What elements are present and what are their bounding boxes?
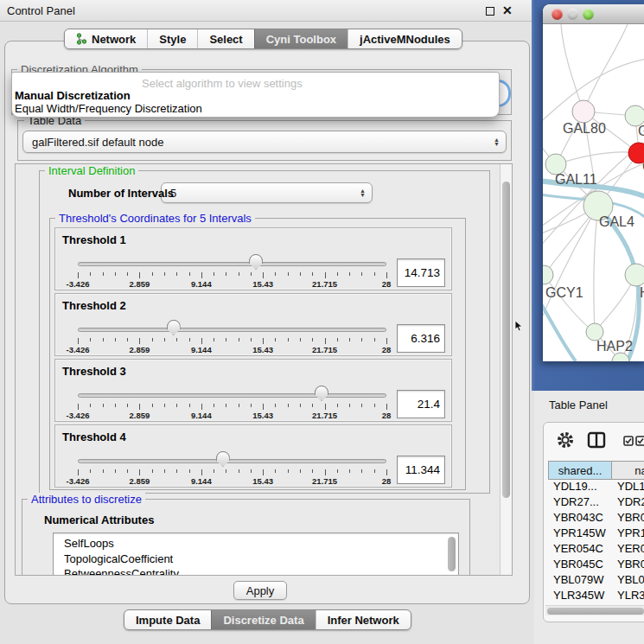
threshold-value-field[interactable]: 6.316 <box>397 324 445 353</box>
threshold-panel: Threshold 3-3.4262.8599.14415.4321.71528… <box>54 359 452 422</box>
tick-mark <box>176 469 177 473</box>
table-row[interactable]: YLR345WYLR345W <box>548 589 644 604</box>
checkbox-icon[interactable] <box>635 436 644 446</box>
table-header-row: shared...name <box>548 461 644 480</box>
minimize-traffic-light-icon[interactable] <box>567 9 578 20</box>
table-row[interactable]: YDR27...YDR27... <box>548 495 644 511</box>
tab-label: Infer Network <box>328 614 399 627</box>
tick-mark <box>386 404 387 410</box>
tick-mark <box>325 338 326 344</box>
table-data-combobox[interactable]: galFiltered.sif default node ▲▼ <box>22 131 507 153</box>
tick-mark <box>263 272 264 278</box>
slider-handle[interactable] <box>216 451 230 467</box>
tab-label: Cyni Toolbox <box>266 33 336 46</box>
tick-mark <box>103 469 104 473</box>
dropdown-option-equal-width[interactable]: Equal Width/Frequency Discretization <box>15 102 202 115</box>
threshold-panel: Threshold 2-3.4262.8599.14415.4321.71528… <box>54 293 452 356</box>
tick-mark <box>176 404 177 407</box>
slider-track[interactable] <box>78 459 386 463</box>
tick-mark <box>386 469 387 475</box>
network-node-gal80[interactable] <box>572 100 595 123</box>
tick-mark <box>288 469 289 473</box>
tick-mark <box>189 404 190 407</box>
tab-style[interactable]: Style <box>147 29 197 48</box>
tick-mark <box>127 272 128 276</box>
tab-cyni-toolbox[interactable]: Cyni Toolbox <box>254 29 348 48</box>
close-traffic-light-icon[interactable] <box>552 9 563 20</box>
slider-track[interactable] <box>78 262 386 266</box>
list-item[interactable]: TopologicalCoefficient <box>54 552 458 567</box>
slider-handle[interactable] <box>167 320 181 335</box>
horizontal-scrollbar-thumb[interactable] <box>547 608 644 615</box>
network-node-hap2[interactable] <box>586 323 603 341</box>
network-window-titlebar[interactable] <box>543 4 644 24</box>
horizontal-scrollbar[interactable] <box>545 605 644 615</box>
tick-mark <box>115 404 116 407</box>
list-scrollbar-thumb[interactable] <box>448 537 456 571</box>
close-icon[interactable]: ✕ <box>502 3 513 17</box>
network-edge[interactable] <box>561 24 583 112</box>
tick-mark <box>78 404 79 410</box>
table-row[interactable]: YER054CYER054C <box>548 542 644 558</box>
checkbox-icon[interactable] <box>623 436 634 446</box>
dropdown-option-manual[interactable]: Manual Discretization <box>15 89 131 102</box>
network-icon <box>76 33 87 45</box>
slider-track[interactable] <box>78 393 386 398</box>
network-view-window[interactable]: GAL80GCGAL11GAL4GCY1HHAP2 <box>543 4 644 361</box>
float-window-icon[interactable] <box>486 7 494 16</box>
network-canvas[interactable]: GAL80GCGAL11GAL4GCY1HHAP2 <box>543 24 644 361</box>
columns-icon[interactable] <box>587 431 606 449</box>
tick-mark <box>201 469 202 475</box>
network-node-h[interactable] <box>625 264 644 286</box>
gear-icon[interactable] <box>556 430 575 450</box>
tab-infer-network[interactable]: Infer Network <box>316 610 411 629</box>
tab-jactivemnodules[interactable]: jActiveMNodules <box>348 29 462 48</box>
tick-label: -3.426 <box>67 279 90 289</box>
network-edge[interactable] <box>543 292 576 361</box>
network-edge[interactable] <box>594 206 598 332</box>
tab-network[interactable]: Network <box>65 29 147 48</box>
tab-impute-data[interactable]: Impute Data <box>124 610 211 629</box>
tick-mark <box>275 338 276 341</box>
tick-label: 15.43 <box>252 411 273 420</box>
tick-mark <box>176 272 177 276</box>
apply-button[interactable]: Apply <box>233 581 287 600</box>
node-label: HAP2 <box>596 339 633 354</box>
tick-mark <box>78 338 79 344</box>
vertical-scrollbar[interactable] <box>500 164 512 575</box>
tab-select[interactable]: Select <box>197 29 253 48</box>
column-header-name[interactable]: name <box>612 461 644 480</box>
slider-handle[interactable] <box>249 254 263 270</box>
node-table[interactable]: shared...nameYDL19...YDL19...YDR27...YDR… <box>548 461 644 620</box>
tick-label: -3.426 <box>67 345 90 354</box>
table-row[interactable]: YBR045CYBR045C <box>548 558 644 573</box>
vertical-scrollbar-thumb[interactable] <box>502 182 510 498</box>
tab-discretize-data[interactable]: Discretize Data <box>211 610 315 629</box>
threshold-value-field[interactable]: 14.713 <box>397 258 445 287</box>
num-intervals-combobox[interactable]: 5 ▲▼ <box>161 182 373 203</box>
tick-label: 2.859 <box>130 476 150 486</box>
network-edge[interactable] <box>583 24 628 112</box>
network-node-gcy1[interactable] <box>543 265 553 284</box>
tick-mark <box>251 404 252 407</box>
panel-title: Control Panel <box>7 4 75 17</box>
slider-handle[interactable] <box>315 386 328 401</box>
zoom-traffic-light-icon[interactable] <box>583 9 594 20</box>
tick-mark <box>139 338 140 344</box>
table-row[interactable]: YBL079WYBL079W <box>548 573 644 589</box>
network-edge[interactable] <box>556 152 639 164</box>
column-header-shared[interactable]: shared... <box>548 461 612 480</box>
tick-mark <box>361 272 362 276</box>
table-row[interactable]: YDL19...YDL19... <box>548 480 644 495</box>
table-row[interactable]: YPR145WYPR145W <box>548 526 644 542</box>
list-item[interactable]: BetweennessCentrality <box>54 566 458 576</box>
tick-mark <box>152 469 153 473</box>
table-cell: YBR043C <box>612 511 644 526</box>
table-panel-toolbar <box>544 423 644 457</box>
numerical-attributes-list[interactable]: SelfLoopsTopologicalCoefficientBetweenne… <box>53 532 459 576</box>
list-item[interactable]: SelfLoops <box>54 533 458 552</box>
slider-track[interactable] <box>78 328 386 332</box>
threshold-value-field[interactable]: 21.4 <box>397 390 445 418</box>
table-row[interactable]: YBR043CYBR043C <box>548 511 644 526</box>
threshold-value-field[interactable]: 11.344 <box>397 456 445 484</box>
